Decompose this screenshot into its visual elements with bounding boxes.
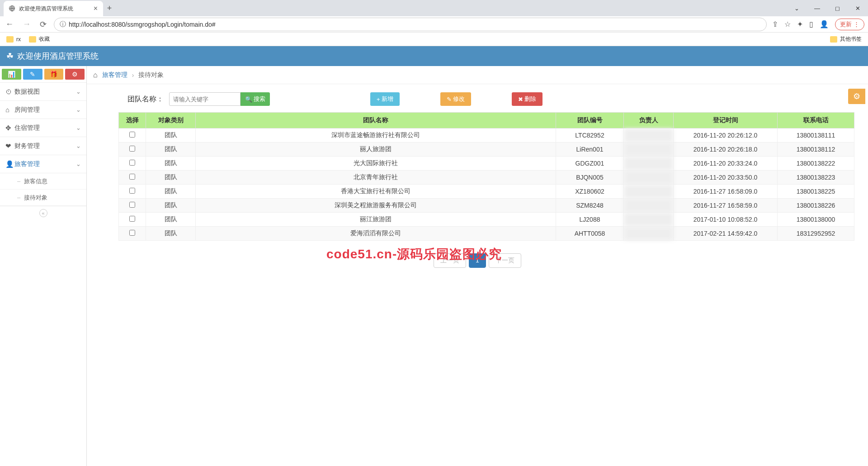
toolbar-right: ⇪ ☆ ✦ ▯ 👤 更新⋮ (772, 19, 864, 30)
settings-gear[interactable]: ⚙ (848, 89, 865, 104)
minimize-icon[interactable]: — (807, 5, 827, 12)
nav-icon: 👤 (5, 160, 14, 168)
sidebar-subitem-0[interactable]: 旅客信息 (0, 173, 86, 190)
table-row: 团队香港大宝旅行社有限公司XZ180602██2016-11-27 16:58:… (119, 185, 854, 199)
folder-icon (830, 36, 837, 43)
bookmark-favorites[interactable]: 收藏 (29, 35, 50, 43)
search-input[interactable] (169, 92, 241, 106)
extensions-icon[interactable]: ✦ (797, 20, 803, 29)
leaf-icon: ☘ (6, 51, 14, 61)
sidebar-item-0[interactable]: ⏲数据视图⌄ (0, 83, 86, 101)
sidebar-item-3[interactable]: ❤财务管理⌄ (0, 137, 86, 155)
sidebar-item-1[interactable]: ⌂房间管理⌄ (0, 101, 86, 119)
back-icon[interactable]: ← (4, 19, 15, 29)
plus-icon: + (377, 96, 380, 103)
gift-icon[interactable]: 🎁 (44, 69, 64, 80)
page-1[interactable]: 1 (469, 253, 486, 268)
dropdown-icon[interactable]: ⌄ (787, 5, 807, 12)
add-button[interactable]: +新增 (370, 92, 400, 106)
row-checkbox[interactable] (129, 174, 135, 180)
sidebar-item-2[interactable]: ✥住宿管理⌄ (0, 119, 86, 137)
update-button[interactable]: 更新⋮ (835, 19, 864, 30)
share-icon[interactable]: ⚙ (65, 69, 85, 80)
cell: 丽江旅游团 (196, 213, 556, 227)
cell: ██ (624, 128, 674, 143)
search-label: 团队名称： (127, 95, 164, 104)
table-row: 团队丽人旅游团LiRen001██2016-11-20 20:26:18.013… (119, 143, 854, 157)
sidebar-top-buttons: 📊 ✎ 🎁 ⚙ (0, 66, 86, 83)
row-checkbox[interactable] (129, 230, 135, 236)
cell: 2017-02-21 14:59:42.0 (674, 227, 778, 241)
panel-icon[interactable]: ▯ (809, 20, 813, 29)
browser-tab[interactable]: 🌐︎ 欢迎使用酒店管理系统 × (4, 1, 103, 16)
nav-label: 财务管理 (14, 142, 76, 150)
cell: ██ (624, 185, 674, 199)
maximize-icon[interactable]: ◻ (827, 5, 848, 12)
share-icon[interactable]: ⇪ (772, 20, 778, 29)
cell: ██ (624, 227, 674, 241)
nav-icon: ❤ (5, 142, 14, 150)
close-icon[interactable]: × (94, 5, 98, 13)
profile-icon[interactable]: 👤 (820, 20, 829, 29)
table-row: 团队爱海滔滔有限公司AHTT0058██2017-02-21 14:59:42.… (119, 227, 854, 241)
cell: LTC82952 (556, 128, 624, 143)
breadcrumb-parent[interactable]: 旅客管理 (102, 71, 127, 79)
nav-label: 住宿管理 (14, 124, 76, 132)
prev-page[interactable]: 上一页 (434, 253, 466, 268)
col-header: 团队名称 (196, 113, 556, 128)
cell: 团队 (146, 199, 196, 213)
cell: 团队 (146, 171, 196, 185)
row-checkbox[interactable] (129, 216, 135, 222)
cell: BJQN005 (556, 171, 624, 185)
new-tab-button[interactable]: + (103, 4, 116, 13)
app-header: ☘ 欢迎使用酒店管理系统 (0, 46, 868, 66)
sidebar-item-4[interactable]: 👤旅客管理⌄ (0, 155, 86, 173)
chevron-right-icon: ⌄ (76, 88, 81, 95)
reload-icon[interactable]: ⟳ (38, 19, 48, 29)
search-button[interactable]: 🔍搜索 (241, 92, 270, 106)
cell: LiRen001 (556, 143, 624, 157)
bookmarks-bar: rx 收藏 其他书签 (0, 33, 868, 46)
cell: 13800138000 (778, 213, 854, 227)
action-buttons: +新增 ✎修改 ✖删除 (370, 92, 542, 106)
row-checkbox[interactable] (129, 160, 135, 166)
window-controls: ⌄ — ◻ ✕ (787, 5, 868, 12)
row-checkbox[interactable] (129, 146, 135, 152)
tab-title: 欢迎使用酒店管理系统 (19, 5, 90, 13)
cell: 2016-11-20 20:26:18.0 (674, 143, 778, 157)
app-title: 欢迎使用酒店管理系统 (17, 51, 99, 62)
cell: 13800138226 (778, 199, 854, 213)
cell: 13800138225 (778, 185, 854, 199)
cell: 团队 (146, 143, 196, 157)
row-checkbox[interactable] (129, 188, 135, 194)
address-bar: ← → ⟳ ⓘ http://localhost:8080/ssmgrogsho… (0, 16, 868, 33)
forward-icon[interactable]: → (21, 19, 33, 29)
cell: 13800138223 (778, 171, 854, 185)
bookmark-rx[interactable]: rx (6, 36, 21, 43)
row-checkbox[interactable] (129, 202, 135, 208)
nav-icon: ⏲ (5, 88, 14, 95)
edit-button[interactable]: ✎修改 (440, 92, 471, 106)
delete-button[interactable]: ✖删除 (512, 92, 542, 106)
home-icon[interactable]: ⌂ (93, 71, 98, 79)
close-window-icon[interactable]: ✕ (848, 5, 868, 12)
collapse-sidebar[interactable]: « (0, 206, 86, 220)
pagination: 上一页 1 下一页 (87, 243, 868, 279)
next-page[interactable]: 下一页 (489, 253, 521, 268)
stats-icon[interactable]: 📊 (2, 69, 21, 80)
table-row: 团队丽江旅游团LJ2088██2017-01-10 10:08:52.01380… (119, 213, 854, 227)
cell: 光大国际旅行社 (196, 157, 556, 171)
edit-icon[interactable]: ✎ (23, 69, 42, 80)
other-bookmarks[interactable]: 其他书签 (830, 35, 862, 43)
chevron-right-icon: ⌄ (76, 143, 81, 149)
sidebar-subitem-1[interactable]: 接待对象 (0, 190, 86, 206)
cell: 2016-11-20 20:33:50.0 (674, 171, 778, 185)
cell: ██ (624, 157, 674, 171)
cell: 2016-11-27 16:58:59.0 (674, 199, 778, 213)
url-field[interactable]: ⓘ http://localhost:8080/ssmgrogshop/Logi… (54, 18, 767, 31)
star-icon[interactable]: ☆ (784, 20, 791, 29)
cell: 2016-11-20 20:26:12.0 (674, 128, 778, 143)
row-checkbox[interactable] (129, 132, 135, 138)
col-header: 联系电话 (778, 113, 854, 128)
folder-icon (6, 36, 14, 43)
